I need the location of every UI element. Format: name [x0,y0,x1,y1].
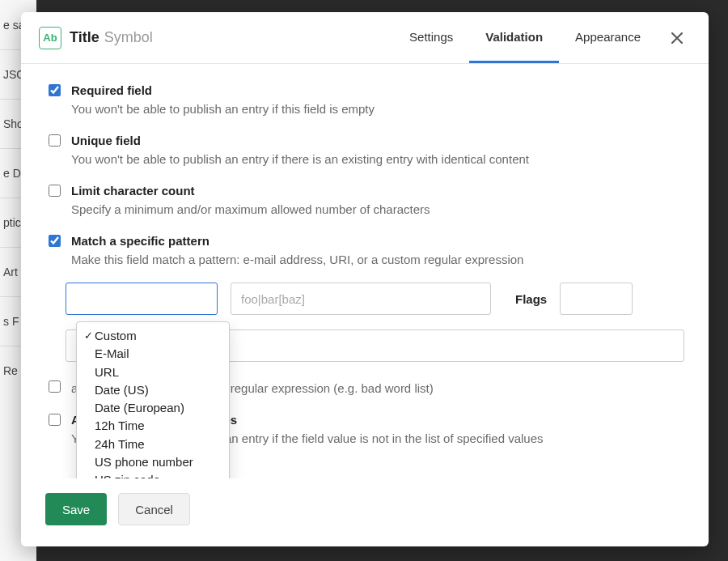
option-limit: Limit character count Specify a minimum … [45,182,684,218]
modal-body: Required field You won't be able to publ… [21,64,709,478]
close-icon[interactable] [663,32,691,44]
option-required: Required field You won't be able to publ… [45,82,684,117]
pattern-label: Match a specific pattern [71,232,523,249]
limit-desc: Specify a minimum and/or maximum allowed… [71,201,430,218]
dropdown-item-label: 24h Time [95,436,145,453]
modal-header: Ab Title Symbol Settings Validation Appe… [21,12,709,64]
dropdown-item-date-eu[interactable]: Date (European) [77,399,229,417]
dropdown-item-label: 12h Time [95,418,145,434]
dropdown-item-label: Date (US) [95,382,149,398]
text-type-icon: Ab [39,27,61,49]
save-button[interactable]: Save [45,493,107,525]
check-icon: ✓ [82,329,95,343]
dropdown-item-label: US zip code [95,472,160,478]
dropdown-item-custom[interactable]: ✓ Custom [77,327,229,345]
dropdown-item-label: US phone number [95,454,193,470]
required-label: Required field [71,82,375,99]
unique-desc: You won't be able to publish an entry if… [71,151,529,168]
unique-label: Unique field [71,132,529,149]
pattern-type-dropdown: ✓ Custom E-Mail URL Date (US) Date (Euro… [76,321,230,478]
unique-checkbox[interactable] [49,134,61,147]
option-pattern: Match a specific pattern Make this field… [45,232,684,268]
tab-appearance[interactable]: Appearance [559,12,657,63]
option-unique: Unique field You won't be able to publis… [45,132,684,168]
dropdown-item-email[interactable]: E-Mail [77,345,229,363]
required-desc: You won't be able to publish an entry if… [71,100,375,117]
tab-settings[interactable]: Settings [393,12,469,63]
dropdown-item-label: E-Mail [95,346,129,362]
dropdown-item-url[interactable]: URL [77,363,229,381]
field-type: Symbol [104,29,153,46]
dropdown-item-24h[interactable]: 24h Time [77,436,229,453]
prohibit-checkbox[interactable] [49,380,61,393]
dropdown-item-label: Date (European) [95,400,184,416]
dropdown-item-us-phone[interactable]: US phone number [77,453,229,471]
modal-footer: Save Cancel [21,478,709,546]
pattern-checkbox[interactable] [49,235,61,247]
field-settings-modal: Ab Title Symbol Settings Validation Appe… [21,12,709,546]
pattern-flags-input[interactable] [560,283,633,315]
limit-checkbox[interactable] [49,185,61,197]
limit-label: Limit character count [71,182,430,199]
pattern-desc: Make this field match a pattern: e-mail … [71,251,523,268]
dropdown-item-label: Custom [95,328,137,344]
pattern-controls: Flags [66,283,684,315]
dropdown-item-date-us[interactable]: Date (US) [77,381,229,399]
dropdown-item-label: URL [95,364,119,380]
pattern-regex-input[interactable] [231,283,491,315]
accept-checkbox[interactable] [49,414,61,426]
tab-bar: Settings Validation Appearance [393,12,657,63]
pattern-type-select[interactable] [66,283,218,315]
tab-validation[interactable]: Validation [469,12,559,63]
field-title: Title [70,29,99,46]
dropdown-item-12h[interactable]: 12h Time [77,417,229,435]
cancel-button[interactable]: Cancel [118,493,190,525]
required-checkbox[interactable] [49,84,61,96]
dropdown-item-us-zip[interactable]: US zip code [77,471,229,478]
flags-label: Flags [515,292,547,306]
